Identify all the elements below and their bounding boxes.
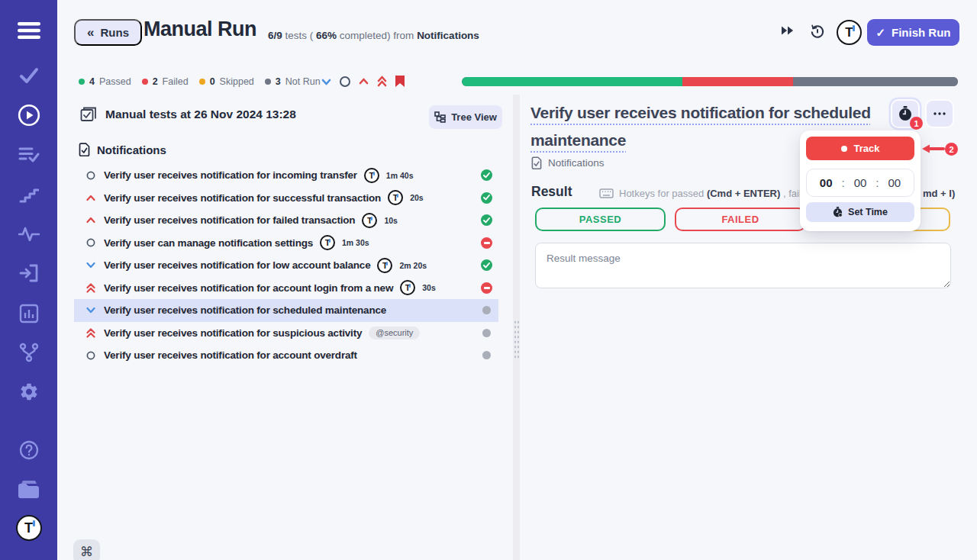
status-notrun-icon (482, 351, 492, 359)
test-row[interactable]: Verify user receives notification for in… (74, 164, 498, 187)
testomat-badge-icon: T (320, 235, 335, 250)
priority-normal-icon (85, 171, 97, 180)
priority-normal-icon (85, 351, 97, 360)
status-counts: 4Passed 2Failed 0Skipped 3Not Run (79, 76, 321, 88)
run-checklist-icon (80, 106, 97, 122)
test-row[interactable]: Verify user receives notification for su… (74, 322, 498, 345)
hotkeys-hint-tail: md + I) (923, 188, 955, 199)
failed-dot-icon (142, 79, 148, 85)
fast-forward-icon[interactable] (781, 26, 794, 35)
testomat-badge-icon: T (400, 280, 415, 295)
stopwatch-gear-icon (833, 207, 843, 217)
filter-priority-normal-icon[interactable] (339, 76, 351, 88)
result-message-input[interactable] (535, 243, 951, 288)
priority-low-icon (85, 307, 97, 314)
status-passed-icon (481, 259, 492, 271)
hotkeys-hint: Hotkeys for passed (Cmd + ENTER) , faile… (599, 188, 812, 199)
test-row[interactable]: Verify user receives notification for ac… (74, 344, 498, 367)
priority-highest-icon (85, 328, 97, 338)
priority-low-icon (85, 262, 97, 269)
drag-handle-icon[interactable] (514, 320, 519, 359)
help-icon[interactable] (19, 440, 39, 460)
test-row[interactable]: Verify user receives notification for su… (74, 187, 498, 210)
status-failed-icon (481, 282, 492, 294)
hours-input[interactable]: 00 (820, 176, 833, 189)
finish-run-button[interactable]: ✓ Finish Run (867, 19, 959, 46)
back-to-runs-button[interactable]: « Runs (74, 19, 142, 46)
annotation-badge-2: 2 (945, 143, 958, 156)
status-notrun-icon (482, 306, 492, 314)
progress-notrun (793, 77, 958, 86)
run-title: Manual tests at 26 Nov 2024 13:28 (105, 108, 296, 121)
tests-check-icon[interactable] (19, 67, 39, 84)
track-button[interactable]: Track (806, 137, 914, 160)
tracker-logo-icon[interactable]: T (837, 20, 862, 45)
testomat-badge-icon: T (364, 168, 379, 183)
suite-header[interactable]: Notifications (79, 143, 166, 156)
test-list: Verify user receives notification for in… (74, 164, 498, 367)
main-area: « Runs Manual Run 6/9 tests ( 66% comple… (57, 0, 977, 560)
check-icon: ✓ (875, 26, 885, 40)
keyboard-icon (599, 188, 614, 198)
more-options-button[interactable] (925, 99, 954, 128)
checklist-icon[interactable] (18, 146, 40, 164)
test-row-selected[interactable]: Verify user receives notification for sc… (74, 299, 498, 322)
branches-icon[interactable] (18, 342, 40, 363)
status-failed-icon (481, 237, 492, 249)
run-progress-summary: 6/9 tests ( 66% completed) from Notifica… (268, 30, 479, 41)
test-row[interactable]: Verify user receives notification for lo… (74, 254, 498, 277)
double-chevron-left-icon: « (87, 25, 94, 40)
sign-in-icon[interactable] (19, 263, 39, 283)
testomat-badge-icon: T (388, 190, 403, 205)
minutes-input[interactable]: 00 (854, 176, 867, 189)
priority-highest-icon (85, 283, 97, 293)
priority-high-icon (85, 195, 97, 201)
priority-filters (321, 75, 405, 88)
detail-suite-link[interactable]: Notifications (531, 156, 605, 169)
progress-failed (682, 77, 792, 86)
annotation-badge-1: 1 (910, 117, 923, 130)
runs-play-icon[interactable] (18, 104, 40, 127)
test-row[interactable]: Verify user receives notification for ac… (74, 277, 498, 300)
analytics-icon[interactable] (19, 304, 39, 323)
pulse-icon[interactable] (18, 226, 40, 241)
suite-file-icon (531, 156, 542, 169)
command-hotkeys-button[interactable]: ⌘ (73, 539, 100, 560)
skipped-count: 0Skipped (199, 76, 254, 87)
panel-resize-divider[interactable] (513, 95, 520, 560)
priority-high-icon (85, 217, 97, 224)
failed-button[interactable]: FAILED (675, 208, 806, 231)
filter-priority-low-icon[interactable] (321, 76, 332, 88)
tree-view-button[interactable]: Tree View (429, 105, 502, 129)
testomat-badge-icon: T (377, 258, 392, 273)
timer-history-icon[interactable] (810, 24, 825, 39)
projects-folder-icon[interactable] (18, 480, 40, 499)
settings-gear-icon[interactable] (18, 381, 39, 402)
passed-dot-icon (79, 79, 85, 85)
suite-file-icon (79, 143, 90, 156)
app-logo-icon[interactable]: T (16, 515, 42, 541)
steps-icon[interactable] (19, 185, 39, 204)
status-passed-icon (481, 214, 492, 226)
test-row[interactable]: Verify user receives notification for fa… (74, 209, 498, 232)
run-header: Manual tests at 26 Nov 2024 13:28 (80, 106, 296, 122)
passed-count: 4Passed (79, 76, 131, 87)
test-tag: @security (369, 327, 420, 340)
set-time-button[interactable]: Set Time (806, 202, 914, 222)
test-row[interactable]: Verify user can manage notification sett… (74, 232, 498, 255)
run-progress-bar (462, 77, 958, 86)
filter-bookmark-icon[interactable] (395, 75, 405, 88)
progress-passed (462, 77, 682, 86)
testomat-badge-icon: T (362, 213, 377, 228)
record-dot-icon (841, 146, 847, 152)
status-notrun-icon (482, 329, 492, 337)
sidebar: T (0, 0, 57, 560)
passed-button[interactable]: PASSED (535, 208, 666, 231)
tree-view-icon (434, 111, 446, 123)
result-section-label: Result (531, 184, 572, 200)
seconds-input[interactable]: 00 (888, 176, 901, 189)
filter-priority-high-icon[interactable] (358, 76, 369, 88)
status-passed-icon (481, 192, 492, 204)
menu-icon[interactable] (18, 21, 40, 40)
filter-priority-highest-icon[interactable] (376, 75, 388, 88)
